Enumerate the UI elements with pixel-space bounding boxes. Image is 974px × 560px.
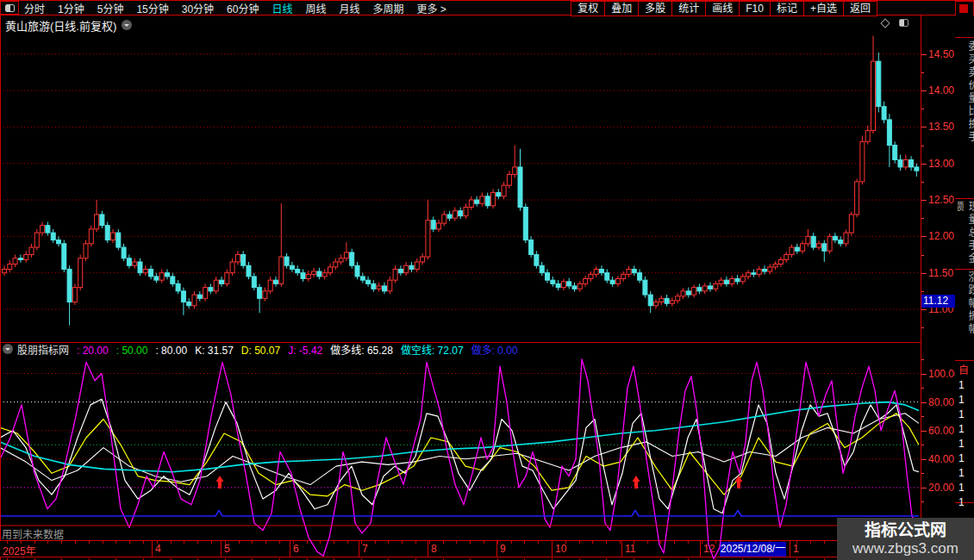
- clipped-toolbar-button[interactable]: [955, 1, 974, 16]
- period-item-30分钟[interactable]: 30分钟: [182, 1, 214, 16]
- date-axis[interactable]: 2025年 2025/12/08/一 4567891011121: [0, 540, 955, 557]
- toolbar-button-统计[interactable]: 统计: [671, 1, 706, 16]
- indicator-tick: [921, 402, 927, 403]
- toolbar-button-+自选[interactable]: +自选: [803, 1, 844, 16]
- candlestick-chart[interactable]: [0, 34, 921, 342]
- sidebar-clipped-label[interactable]: 现量总手金额: [958, 201, 974, 266]
- period-menu: 分时1分钟5分钟15分钟30分钟60分钟日线周线月线多周期更多 >: [24, 1, 446, 16]
- more-menu[interactable]: 更多 >: [417, 1, 446, 16]
- toolbar-button-标记[interactable]: 标记: [770, 1, 804, 16]
- price-label: 11.50: [928, 267, 953, 279]
- sidebar-marker[interactable]: 自: [958, 362, 969, 376]
- indicator-label: 20.00: [928, 482, 954, 494]
- month-label: 12: [703, 543, 715, 555]
- month-label: 1: [793, 543, 799, 555]
- indicator-label: 60.00: [928, 425, 954, 437]
- date-minor-tick: [579, 541, 580, 544]
- period-item-日线[interactable]: 日线: [272, 1, 292, 16]
- date-minor-tick: [143, 541, 144, 544]
- date-minor-tick: [375, 541, 376, 544]
- period-item-60分钟[interactable]: 60分钟: [227, 1, 259, 16]
- month-label: 9: [500, 543, 506, 555]
- date-minor-tick: [552, 541, 553, 544]
- date-minor-tick: [674, 541, 675, 544]
- sidebar-quote-digit: 1: [958, 423, 965, 435]
- date-minor-tick: [279, 541, 280, 544]
- price-tick: [921, 90, 927, 91]
- chevron-down-icon[interactable]: [3, 344, 13, 354]
- chevron-down-icon[interactable]: [122, 20, 132, 30]
- month-tick-line: [621, 541, 622, 557]
- date-minor-tick: [307, 541, 308, 544]
- period-item-1分钟[interactable]: 1分钟: [58, 1, 84, 16]
- period-item-分时[interactable]: 分时: [24, 1, 45, 16]
- period-item-多周期[interactable]: 多周期: [373, 1, 404, 16]
- date-minor-tick: [484, 541, 484, 544]
- toolbar-button-F10[interactable]: F10: [739, 1, 771, 16]
- price-tick: [921, 309, 927, 310]
- indicator-chart[interactable]: [0, 355, 921, 560]
- split-pane-icon[interactable]: [899, 19, 908, 27]
- indicator-value: : 20.00: [77, 345, 109, 356]
- sidebar-quote-digit: 1: [958, 379, 965, 391]
- period-item-15分钟[interactable]: 15分钟: [136, 1, 168, 16]
- indicator-value: : 50.00: [116, 345, 148, 356]
- indicator-label: 80.00: [928, 396, 954, 408]
- toolbar-button-画线[interactable]: 画线: [705, 1, 740, 16]
- month-label: 4: [155, 543, 161, 555]
- date-minor-tick: [116, 541, 116, 544]
- date-minor-tick: [320, 541, 321, 544]
- date-minor-tick: [129, 541, 130, 544]
- split-pane-icon: [5, 4, 15, 12]
- period-item-月线[interactable]: 月线: [340, 1, 360, 16]
- left-border-line: [0, 16, 1, 560]
- selected-date-badge: 2025/12/08/一: [720, 542, 786, 557]
- date-minor-tick: [620, 541, 621, 544]
- layout-split-button[interactable]: [0, 1, 19, 15]
- indicator-label: 40.00: [928, 453, 954, 465]
- date-minor-tick: [265, 541, 266, 544]
- indicator-value: D: 50.07: [241, 345, 280, 356]
- toolbar-button-复权[interactable]: 复权: [571, 1, 605, 16]
- price-tick: [921, 54, 927, 55]
- period-item-周线[interactable]: 周线: [305, 1, 326, 16]
- date-minor-tick: [688, 541, 689, 544]
- sidebar-quote-digit: 1: [958, 408, 965, 420]
- month-tick-line: [290, 541, 290, 557]
- date-minor-tick: [347, 541, 348, 544]
- date-minor-tick: [211, 541, 212, 544]
- month-label: 11: [625, 543, 635, 555]
- date-minor-tick: [47, 541, 48, 544]
- date-minor-tick: [252, 541, 253, 544]
- indicator-tick: [921, 431, 927, 432]
- toolbar-button-多股[interactable]: 多股: [638, 1, 672, 16]
- toolbar-button-返回[interactable]: 返回: [843, 1, 877, 16]
- date-minor-tick: [810, 541, 811, 544]
- date-minor-tick: [660, 541, 661, 544]
- date-minor-tick: [89, 541, 90, 544]
- period-item-5分钟[interactable]: 5分钟: [97, 1, 124, 16]
- diamond-icon[interactable]: [880, 18, 890, 28]
- axis-separator-line: [921, 16, 921, 560]
- sidebar-quote-digit: 1: [958, 496, 965, 508]
- right-sidebar[interactable]: 委买卖价量比换手现量总手金额涨跌幅振幅自111111111: [955, 16, 974, 560]
- price-tick: [921, 236, 927, 237]
- toolbar-button-叠加[interactable]: 叠加: [604, 1, 639, 16]
- month-tick-line: [152, 541, 153, 557]
- future-data-warning: 用到未来数据: [2, 526, 64, 541]
- date-minor-tick: [171, 541, 172, 544]
- indicator-value: : 80.00: [155, 345, 187, 356]
- year-label: 2025年: [3, 543, 36, 557]
- sidebar-clipped-label[interactable]: 涨跌幅振幅: [958, 271, 974, 358]
- indicator-tick: [921, 374, 927, 375]
- month-tick-line: [359, 541, 359, 557]
- chart-titlebar: 黄山旅游(日线.前复权): [0, 16, 921, 34]
- date-minor-tick: [415, 541, 416, 544]
- indicator-value: 做空线: 72.07: [401, 345, 464, 356]
- month-tick-line: [221, 541, 222, 557]
- date-minor-tick: [197, 541, 198, 544]
- sidebar-clipped-label[interactable]: 委买卖价量比换手: [958, 40, 974, 196]
- date-minor-tick: [606, 541, 607, 544]
- date-minor-tick: [239, 541, 240, 544]
- sidebar-separator: [955, 37, 974, 38]
